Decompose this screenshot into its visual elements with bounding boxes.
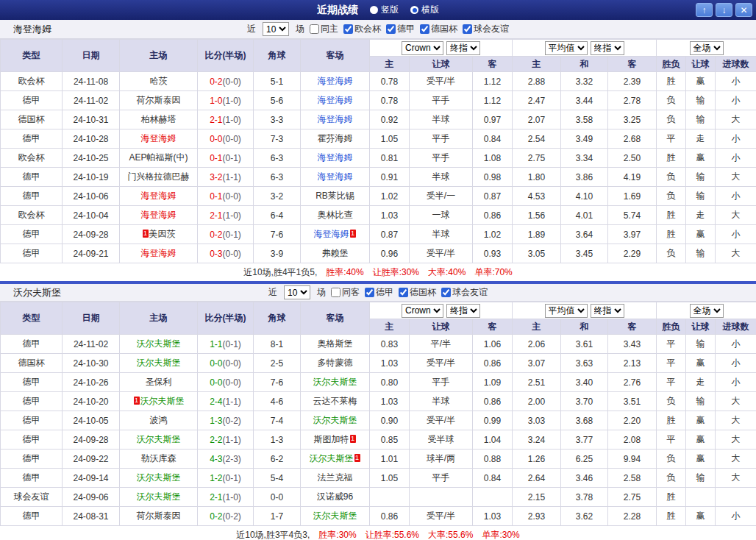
team-name: AEP帕福斯(中) [129,152,188,163]
same-venue-filter[interactable]: 同客 [331,286,360,299]
away-team-cell: 霍芬海姆 [301,129,370,149]
team-name: 云达不莱梅 [313,396,357,406]
column-header-euro-draw: 和 [561,57,608,72]
match-row: 德甲24-09-281美因茨0-2(0-1)7-6海登海姆10.87半球1.02… [1,225,756,244]
column-header-result-goals: 进球数 [716,319,756,335]
fulltime-score: 1-0 [210,96,222,106]
halftime-score: (0-2) [223,416,241,426]
asian-home-odds: 1.05 [370,469,410,488]
asian-home-odds: 0.91 [370,168,410,187]
league-filter-checkbox[interactable] [463,24,472,34]
result-goals: 小 [716,507,756,526]
fulltime-score: 0-1 [210,191,222,202]
league-filter[interactable]: 德国杯 [399,286,436,299]
league-filter-checkbox[interactable] [441,288,451,297]
euro-draw-odds: 4.01 [561,206,608,225]
league-filter-checkbox[interactable] [386,24,396,34]
match-row: 德甲24-11-02沃尔夫斯堡1-1(0-1)8-1奥格斯堡0.83平/半1.0… [1,335,756,354]
result-outcome: 平 [657,354,686,373]
titlebar-center: 近期战绩 竖版 横版 [0,4,756,17]
asian-stage-select[interactable]: 终指 [446,304,480,318]
column-header-asian-home: 主 [370,319,410,335]
result-goals: 小 [716,187,756,206]
result-outcome: 负 [657,110,686,129]
filter-bar: 近10场同主欧会杯德甲德国杯球会友谊 [247,22,509,36]
asian-source-select[interactable]: Crown [402,41,443,55]
league-filter-label: 德国杯 [410,286,436,299]
league-cell: 欧会杯 [1,72,63,91]
halftime-score: (0-1) [223,473,241,483]
asian-stage-select[interactable]: 终指 [446,41,480,55]
euro-stage-select[interactable]: 终指 [591,41,624,55]
recent-count-select[interactable]: 10 [263,22,289,36]
red-card-badge: 1 [350,230,356,238]
column-header-asian-line: 让球 [410,319,473,335]
date-cell: 24-10-19 [63,168,120,187]
league-cell: 德甲 [1,392,63,411]
result-handicap: 输 [686,168,716,187]
layout-option-horizontal[interactable]: 横版 [410,4,439,16]
column-header-asian-away: 客 [473,319,513,335]
home-team-cell: 沃尔夫斯堡 [120,354,198,373]
same-venue-checkbox[interactable] [310,24,319,34]
league-filter[interactable]: 欧会杯 [343,23,381,35]
column-header-result-outcome: 胜负 [657,57,686,72]
score-cell: 0-0(0-0) [198,354,254,373]
date-cell: 24-10-30 [63,354,120,373]
match-row: 德甲24-10-19门兴格拉德巴赫3-2(1-1)6-3海登海姆0.91半球0.… [1,168,756,187]
league-filter-checkbox[interactable] [365,288,374,297]
match-row: 德国杯24-10-31柏林赫塔2-1(1-0)3-3海登海姆0.92半球0.97… [1,110,756,129]
corner-cell: 3-2 [254,187,301,206]
euro-draw-odds: 4.10 [561,187,608,206]
euro-draw-odds: 3.86 [561,168,608,187]
team-name: 斯图加特 [314,434,349,444]
date-cell: 24-09-21 [63,244,120,263]
move-down-button[interactable]: ↓ [716,3,732,17]
away-team-cell: 沃尔夫斯堡1 [301,450,370,469]
league-filter-checkbox[interactable] [399,288,408,297]
corner-cell: 7-3 [254,129,301,149]
result-goals: 大 [716,411,756,430]
scope-select[interactable]: 全场 [690,304,724,318]
fulltime-score: 0-2 [210,511,222,522]
league-filter-checkbox[interactable] [420,24,429,34]
rate-stat: 让胜率:30% [373,266,419,279]
move-up-button[interactable]: ↑ [696,3,713,17]
close-button[interactable]: ✕ [735,3,752,17]
asian-source-select[interactable]: Crown [402,304,443,318]
same-venue-checkbox[interactable] [331,288,340,297]
match-row: 德甲24-10-26圣保利0-0(0-0)7-6沃尔夫斯堡0.80平手1.092… [1,373,756,392]
euro-away-odds: 2.75 [608,488,657,507]
same-venue-filter[interactable]: 同主 [310,23,338,35]
league-filter-checkbox[interactable] [343,24,353,34]
halftime-score: (0-2) [223,511,241,522]
asian-home-odds: 0.78 [370,72,410,91]
layout-option-vertical[interactable]: 竖版 [370,4,399,16]
euro-source-select[interactable]: 平均值 [545,304,588,318]
sections-container: 海登海姆近10场同主欧会杯德甲德国杯球会友谊类型日期主场比分(半场)角球客场Cr… [0,20,756,540]
away-team-cell: 斯图加特1 [301,430,370,450]
date-cell: 24-11-02 [63,335,120,354]
league-filter[interactable]: 德国杯 [420,23,457,35]
league-filter[interactable]: 球会友谊 [441,286,488,299]
recent-count-select[interactable]: 10 [284,285,310,299]
league-filter[interactable]: 德甲 [365,286,393,299]
team-name: 柏林赫塔 [141,114,176,124]
scope-select[interactable]: 全场 [690,41,724,55]
euro-source-select[interactable]: 平均值 [545,41,588,55]
corner-cell: 2-5 [254,354,301,373]
asian-home-odds: 0.92 [370,110,410,129]
asian-home-odds: 0.96 [370,244,410,263]
euro-away-odds: 2.58 [608,469,657,488]
team-name: 海登海姆 [318,152,353,163]
league-filter[interactable]: 球会友谊 [463,23,509,35]
asian-home-odds: 0.83 [370,335,410,354]
date-cell: 24-10-04 [63,206,120,225]
euro-stage-select[interactable]: 终指 [591,304,624,318]
home-team-cell: 1美因茨 [120,225,198,244]
team-name: 荷尔斯泰因 [137,95,181,105]
asian-line: 受半/一 [410,187,473,206]
league-filter[interactable]: 德甲 [386,23,415,35]
result-outcome: 胜 [657,507,686,526]
euro-away-odds: 2.29 [608,244,657,263]
